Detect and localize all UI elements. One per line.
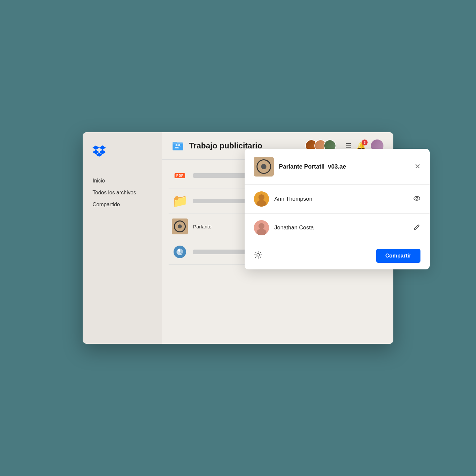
svg-point-6 bbox=[258, 194, 264, 200]
speaker-thumbnail bbox=[172, 218, 188, 234]
svg-rect-2 bbox=[173, 142, 177, 144]
modal-footer: Compartir bbox=[245, 242, 430, 269]
share-modal: Parlante Portatil_v03.ae ✕ Ann Thompson bbox=[245, 149, 430, 269]
share-button[interactable]: Compartir bbox=[376, 249, 420, 263]
svg-point-11 bbox=[258, 223, 264, 229]
view-permission-icon[interactable] bbox=[413, 195, 420, 204]
sidebar-item-inicio[interactable]: Inicio bbox=[93, 178, 152, 184]
modal-settings-icon[interactable] bbox=[254, 251, 262, 261]
ann-avatar bbox=[254, 191, 269, 207]
notification-badge: 3 bbox=[362, 139, 368, 145]
edit-permission-icon[interactable] bbox=[413, 223, 420, 232]
chart-icon bbox=[172, 244, 188, 260]
modal-file-name: Parlante Portatil_v03.ae bbox=[279, 163, 409, 170]
sidebar-item-compartido[interactable]: Compartido bbox=[93, 202, 152, 208]
sidebar: Inicio Todos los archivos Compartido bbox=[83, 132, 162, 344]
svg-point-3 bbox=[176, 144, 178, 146]
speaker-file-name: Parlante bbox=[193, 224, 212, 229]
svg-point-8 bbox=[414, 196, 420, 200]
modal-close-button[interactable]: ✕ bbox=[415, 163, 420, 170]
dropbox-logo bbox=[93, 145, 152, 158]
folder-header-icon bbox=[172, 140, 184, 152]
jonathan-name: Jonathan Costa bbox=[274, 224, 408, 231]
modal-header: Parlante Portatil_v03.ae ✕ bbox=[245, 149, 430, 185]
modal-file-thumbnail bbox=[254, 157, 274, 177]
jonathan-avatar bbox=[254, 220, 269, 235]
ann-name: Ann Thompson bbox=[274, 196, 408, 202]
collaborator-row-ann: Ann Thompson bbox=[245, 185, 430, 214]
svg-point-9 bbox=[416, 197, 418, 199]
sidebar-item-todos[interactable]: Todos los archivos bbox=[93, 190, 152, 196]
pdf-icon: PDF bbox=[172, 168, 188, 183]
svg-point-4 bbox=[178, 144, 180, 146]
folder-icon: 📁 bbox=[172, 193, 188, 209]
collaborator-row-jonathan: Jonathan Costa bbox=[245, 214, 430, 242]
svg-rect-1 bbox=[173, 144, 183, 150]
sidebar-navigation: Inicio Todos los archivos Compartido bbox=[93, 178, 152, 208]
app-window: Inicio Todos los archivos Compartido bbox=[83, 132, 393, 344]
svg-point-13 bbox=[257, 254, 259, 256]
